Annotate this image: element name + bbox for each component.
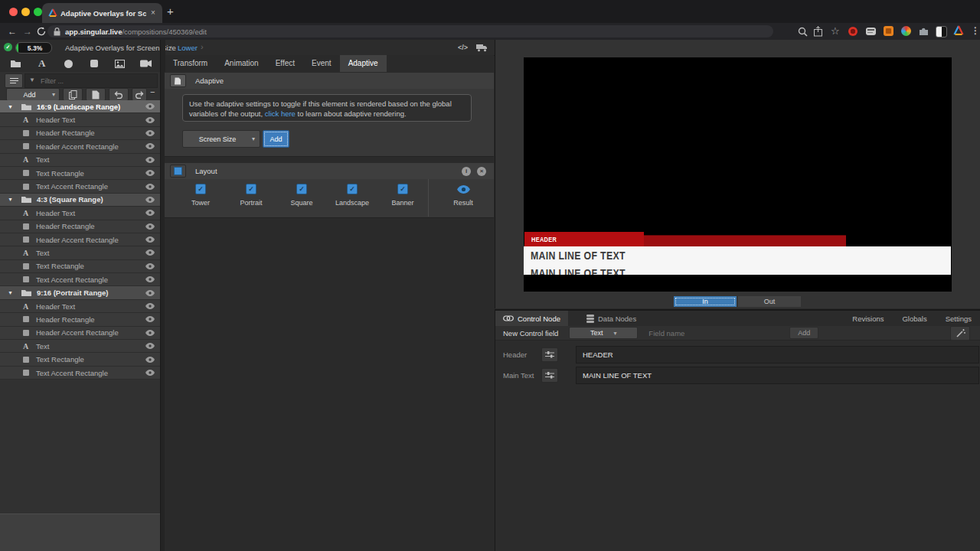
layer-item[interactable]: AHeader Text <box>0 207 160 220</box>
visibility-eye-icon[interactable] <box>145 184 155 190</box>
visibility-eye-icon[interactable] <box>145 210 155 216</box>
paste-settings-button[interactable] <box>170 74 186 87</box>
layout-option-square[interactable]: ✓Square <box>277 184 326 207</box>
checkbox-checked-icon[interactable]: ✓ <box>195 184 206 194</box>
traffic-light-minimize[interactable] <box>21 8 30 16</box>
add-layer-button[interactable]: Add ▾ <box>6 88 60 101</box>
forward-icon[interactable]: → <box>23 26 32 37</box>
output-truck-icon[interactable] <box>476 44 488 52</box>
layout-option-banner[interactable]: ✓Banner <box>378 184 427 207</box>
layer-item[interactable]: Header Rectangle <box>0 127 160 140</box>
layer-item[interactable]: Header Accent Rectangle <box>0 233 160 246</box>
circle-tool-icon[interactable] <box>64 60 73 68</box>
zoom-page-icon[interactable] <box>798 27 808 37</box>
folder-tool-icon[interactable] <box>11 60 21 67</box>
visibility-eye-icon[interactable] <box>145 236 155 243</box>
panel-link-revisions[interactable]: Revisions <box>852 315 884 323</box>
layout-result[interactable]: Result <box>434 183 492 207</box>
tab-close-icon[interactable]: × <box>151 8 155 17</box>
visibility-eye-icon[interactable] <box>145 143 155 149</box>
reload-icon[interactable] <box>37 27 46 36</box>
rectangle-tool-icon[interactable] <box>90 60 98 67</box>
extension-pinwheel-icon[interactable] <box>901 26 911 36</box>
extension-contrast-icon[interactable] <box>936 26 947 37</box>
layer-item[interactable]: AHeader Text <box>0 113 160 126</box>
filter-input[interactable] <box>39 74 155 87</box>
layer-item[interactable]: Header Accent Rectangle <box>0 140 160 153</box>
breadcrumb-composition[interactable]: Adaptive Overlays for Screen Size <box>65 44 176 52</box>
extension-orange-icon[interactable] <box>884 26 893 36</box>
text-tool-icon[interactable]: A <box>38 57 45 70</box>
browser-tab[interactable]: Adaptive Overlays for Screen S × <box>42 3 162 23</box>
field-settings-button[interactable] <box>541 368 558 383</box>
layout-option-tower[interactable]: ✓Tower <box>176 184 225 207</box>
layer-item[interactable]: AText <box>0 154 160 167</box>
duplicate-layer-button[interactable] <box>63 88 83 101</box>
layer-item[interactable]: Header Rectangle <box>0 220 160 233</box>
layer-list-mode-button[interactable] <box>5 73 23 88</box>
traffic-light-close[interactable] <box>9 8 18 16</box>
field-type-dropdown[interactable]: Text ▾ <box>569 327 638 339</box>
magic-wand-button[interactable] <box>950 326 970 341</box>
redo-button[interactable] <box>132 88 147 101</box>
visibility-eye-icon[interactable] <box>145 276 155 282</box>
layout-option-landscape[interactable]: ✓Landscape <box>328 184 377 207</box>
layer-group[interactable]: ▾9:16 (Portrait Range) <box>0 286 160 299</box>
layer-item[interactable]: Text Accent Rectangle <box>0 273 160 286</box>
tab-data-nodes[interactable]: Data Nodes <box>579 311 644 326</box>
extension-record-icon[interactable] <box>848 27 858 36</box>
layout-option-portrait[interactable]: ✓Portrait <box>227 184 276 207</box>
layer-group[interactable]: ▾4:3 (Square Range) <box>0 194 160 207</box>
image-tool-icon[interactable] <box>115 60 125 68</box>
visibility-eye-icon[interactable] <box>145 263 155 269</box>
visibility-eye-icon[interactable] <box>145 330 155 336</box>
layer-item[interactable]: Text Rectangle <box>0 167 160 180</box>
checkbox-checked-icon[interactable]: ✓ <box>296 184 307 194</box>
visibility-eye-icon[interactable] <box>145 370 155 376</box>
checkbox-checked-icon[interactable]: ✓ <box>246 184 256 194</box>
visibility-eye-icon[interactable] <box>145 316 155 322</box>
tab-transform[interactable]: Transform <box>165 55 216 72</box>
new-tab-button[interactable]: + <box>167 5 174 18</box>
tab-effect[interactable]: Effect <box>267 55 303 72</box>
visibility-eye-icon[interactable] <box>145 290 155 296</box>
visibility-eye-icon[interactable] <box>145 197 155 203</box>
checkbox-checked-icon[interactable]: ✓ <box>347 184 358 194</box>
layer-item[interactable]: AHeader Text <box>0 300 160 313</box>
adaptive-variable-dropdown[interactable]: Screen Size ▾ <box>182 130 260 148</box>
layer-item[interactable]: Text Rectangle <box>0 353 160 366</box>
tab-animation[interactable]: Animation <box>216 55 266 72</box>
undo-button[interactable] <box>109 88 129 101</box>
layout-info-icon[interactable]: i <box>462 167 471 176</box>
tab-control-node[interactable]: Control Node <box>495 311 568 326</box>
adaptive-add-button[interactable]: Add <box>263 130 289 148</box>
visibility-eye-icon[interactable] <box>145 130 155 136</box>
bookmark-star-icon[interactable]: ☆ <box>831 25 840 37</box>
visibility-eye-icon[interactable] <box>145 303 155 309</box>
video-tool-icon[interactable] <box>140 60 152 67</box>
visibility-eye-icon[interactable] <box>145 223 155 230</box>
share-icon[interactable] <box>814 26 822 37</box>
group-caret-icon[interactable]: ▾ <box>5 289 16 296</box>
extensions-puzzle-icon[interactable] <box>919 26 929 36</box>
panel-link-settings[interactable]: Settings <box>946 315 972 323</box>
url-field[interactable]: app.singular.live/compositions/450369/ed… <box>47 25 773 37</box>
control-field-input-main-text[interactable] <box>576 367 979 384</box>
visibility-eye-icon[interactable] <box>145 117 155 123</box>
layer-group[interactable]: ▾16:9 (Landscape Range) <box>0 100 160 113</box>
visibility-eye-icon[interactable] <box>145 249 155 256</box>
layer-item[interactable]: Header Accent Rectangle <box>0 327 160 340</box>
layer-item[interactable]: Header Rectangle <box>0 313 160 326</box>
layer-item[interactable]: AText <box>0 246 160 259</box>
remove-layer-button[interactable]: − <box>150 87 155 96</box>
click-here-link[interactable]: click here <box>265 109 296 118</box>
layer-item[interactable]: Text Accent Rectangle <box>0 180 160 193</box>
visibility-eye-icon[interactable] <box>145 157 155 163</box>
back-icon[interactable]: ← <box>8 26 17 37</box>
preview-canvas[interactable]: HEADER MAIN LINE OF TEXT MAIN LINE OF TE… <box>524 57 952 292</box>
group-caret-icon[interactable]: ▾ <box>5 196 16 203</box>
layout-close-icon[interactable]: × <box>477 167 486 176</box>
layer-item[interactable]: Text Accent Rectangle <box>0 367 160 380</box>
group-caret-icon[interactable]: ▾ <box>5 103 16 110</box>
add-field-button[interactable]: Add <box>789 327 818 339</box>
